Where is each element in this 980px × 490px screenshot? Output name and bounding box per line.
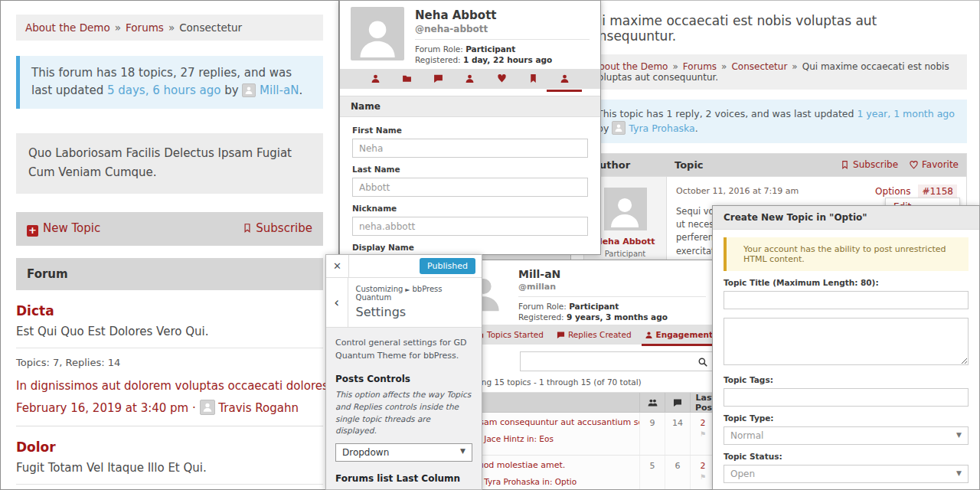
tab-replies-created-icon[interactable] bbox=[427, 72, 450, 87]
panel-description: Control general settings for GD Quantum … bbox=[335, 337, 472, 362]
last-name-field[interactable] bbox=[352, 178, 588, 197]
subscribe-button[interactable]: Subscribe bbox=[840, 159, 898, 171]
last-post-author[interactable]: Travis Rogahn bbox=[218, 401, 299, 415]
nickname-label: Nickname bbox=[352, 204, 588, 213]
subscribe-button[interactable]: Subscribe bbox=[242, 221, 312, 237]
topic-status-select[interactable]: Open▼ bbox=[724, 465, 969, 483]
tab-engagements-icon[interactable] bbox=[459, 72, 482, 87]
author-link[interactable]: Mill-aN bbox=[260, 83, 299, 97]
topic-column-header: Topic bbox=[675, 159, 704, 171]
registered-value: 9 years, 3 months ago bbox=[567, 312, 668, 322]
forum-name[interactable]: Dolor bbox=[16, 439, 323, 455]
replies-column-icon bbox=[665, 393, 690, 412]
row-forum-link[interactable]: Optio bbox=[555, 477, 577, 486]
profile-handle: @neha-abbott bbox=[415, 24, 590, 34]
profile-edit-window: Neha Abbott @neha-abbott Forum Role: Par… bbox=[339, 0, 601, 255]
by-label: by bbox=[220, 83, 242, 97]
breadcrumb-link-forum[interactable]: Consectetur bbox=[731, 61, 787, 72]
customizer-panel: ✕ Published ‹ Customizing►bbPress Quantu… bbox=[325, 254, 482, 490]
back-chevron-icon[interactable]: ‹ bbox=[326, 278, 348, 327]
breadcrumb-current: Consectetur bbox=[179, 21, 242, 34]
author-link[interactable]: Tyra Prohaska bbox=[629, 122, 694, 134]
row-forum-link[interactable]: Eos bbox=[539, 434, 554, 443]
freshness-link[interactable]: 1 year, 1 month ago bbox=[857, 108, 954, 119]
posts-controls-select[interactable]: Dropdown▼ bbox=[335, 443, 472, 462]
heart-icon bbox=[909, 160, 919, 170]
customizing-label: Customizing bbox=[356, 285, 403, 293]
tab-engagements[interactable]: Engagements bbox=[645, 330, 716, 339]
topics-search-input[interactable] bbox=[520, 351, 715, 371]
pagination-stats: Viewing 15 topics - 1 through 15 (of 70 … bbox=[451, 376, 715, 392]
breadcrumb-link-forums[interactable]: Forums bbox=[126, 21, 164, 34]
last-topic-link[interactable]: In dignissimos aut dolorem voluptas occa… bbox=[16, 379, 323, 393]
breadcrumb-link-home[interactable]: About the Demo bbox=[25, 21, 110, 34]
post-id-link[interactable]: #1158 bbox=[918, 185, 957, 198]
flag-icon: ⚑ bbox=[700, 473, 706, 481]
topic-info-notice: This topic has 1 reply, 2 voices, and wa… bbox=[583, 100, 967, 143]
search-icon[interactable] bbox=[697, 356, 708, 371]
breadcrumb-link-forums[interactable]: Forums bbox=[683, 61, 717, 72]
topic-link[interactable]: Quod molestiae amet. bbox=[472, 460, 636, 470]
topic-title-input[interactable] bbox=[724, 291, 969, 309]
forum-list-item: Dicta Est Qui Quo Est Dolores Vero Qui. … bbox=[16, 290, 323, 426]
nickname-field[interactable] bbox=[352, 217, 588, 236]
role-value: Participant bbox=[569, 302, 619, 311]
published-button[interactable]: Published bbox=[420, 258, 475, 274]
replies-count: 6 bbox=[665, 456, 690, 490]
topic-tags-input[interactable] bbox=[724, 388, 969, 407]
topic-status-label: Topic Status: bbox=[724, 452, 969, 461]
tab-profile-icon[interactable] bbox=[364, 72, 387, 87]
tab-topics-started-icon[interactable] bbox=[396, 72, 419, 87]
topic-link[interactable]: Ipsam consequuntur aut accusantium sed p… bbox=[472, 417, 636, 427]
tab-topics-started[interactable]: Topics Started bbox=[475, 330, 544, 339]
in-label: in: bbox=[524, 434, 540, 443]
voices-count: 5 bbox=[639, 456, 665, 490]
caret-down-icon: ▼ bbox=[460, 447, 466, 455]
plus-icon: + bbox=[27, 225, 38, 237]
topic-title: Qui maxime occaecati est nobis voluptas … bbox=[583, 13, 967, 44]
registered-label: Registered: bbox=[518, 312, 567, 322]
display-name-label: Display Name bbox=[352, 243, 588, 252]
tab-edit-icon[interactable] bbox=[553, 72, 576, 87]
new-topic-button[interactable]: +New Topic bbox=[27, 221, 100, 237]
row-author-link[interactable]: Jace Hintz bbox=[484, 434, 524, 443]
role-value: Participant bbox=[466, 44, 515, 54]
breadcrumb: About the DemoForumsConsectetur bbox=[16, 15, 323, 41]
topic-body-textarea[interactable] bbox=[724, 318, 969, 365]
avatar bbox=[242, 83, 256, 97]
forum-item-description: Est Qui Quo Est Dolores Vero Qui. bbox=[16, 325, 323, 338]
role-label: Forum Role: bbox=[518, 302, 569, 311]
first-name-label: First Name bbox=[352, 126, 588, 135]
favorite-button[interactable]: Favorite bbox=[909, 159, 959, 171]
row-author-link[interactable]: Tyra Prohaska bbox=[484, 477, 540, 486]
forum-stats: Topics: 7, Replies: 14 bbox=[16, 357, 323, 368]
notice-suffix: . bbox=[695, 122, 698, 134]
avatar bbox=[200, 400, 215, 415]
tab-subscriptions-icon[interactable] bbox=[521, 72, 544, 87]
new-topic-window: Create New Topic in "Optio" Your account… bbox=[712, 205, 980, 490]
profile-tabs: Topics Started Replies Created Engagemen… bbox=[451, 325, 715, 345]
topic-type-select[interactable]: Normal▼ bbox=[724, 426, 969, 445]
breadcrumb-link-home[interactable]: About the Demo bbox=[593, 61, 668, 72]
freshness-link[interactable]: 5 days, 6 hours ago bbox=[107, 83, 220, 97]
profile-name: Neha Abbott bbox=[415, 8, 590, 22]
forum-name[interactable]: Dicta bbox=[16, 303, 323, 318]
setting-heading: Forums list Last Column bbox=[335, 473, 472, 484]
close-icon[interactable]: ✕ bbox=[326, 255, 349, 277]
tab-replies-created[interactable]: Replies Created bbox=[557, 330, 632, 339]
profile-name: Mill-aN bbox=[518, 268, 706, 280]
options-button[interactable]: Options bbox=[875, 186, 910, 197]
profile-icon-tabs bbox=[340, 69, 600, 89]
engagements-window: Mill-aN @millan Forum Role: Participant … bbox=[450, 260, 716, 490]
in-label: in: bbox=[540, 477, 555, 486]
tab-favorites-icon[interactable] bbox=[490, 72, 513, 87]
first-name-field[interactable] bbox=[352, 139, 588, 158]
freshness-link[interactable]: 2 bbox=[701, 418, 706, 428]
last-post-date: February 16, 2019 at 3:40 pm · bbox=[16, 401, 200, 415]
avatar bbox=[612, 121, 626, 135]
engagements-table: Last Post Ipsam consequuntur aut accusan… bbox=[460, 392, 715, 490]
forum-list-item: Dolor Fugit Totam Vel Itaque Illo Et Qui… bbox=[16, 426, 323, 490]
freshness-link[interactable]: 2 bbox=[701, 461, 706, 471]
flag-icon: ⚑ bbox=[700, 430, 706, 438]
table-row: Ipsam consequuntur aut accusantium sed p… bbox=[461, 413, 715, 456]
